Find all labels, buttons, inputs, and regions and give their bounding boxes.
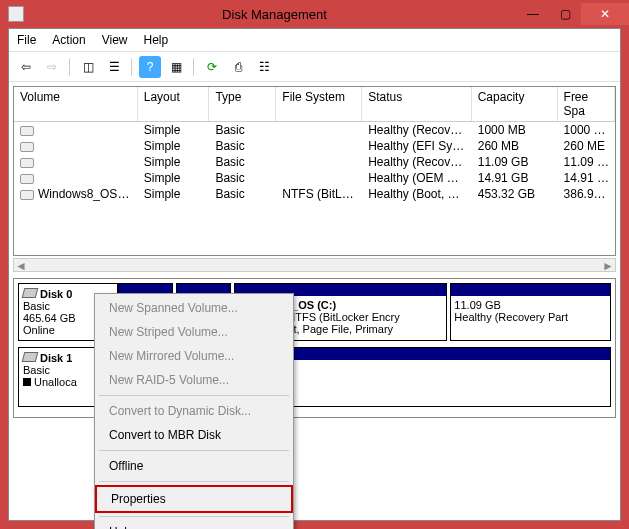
menu-help[interactable]: Help	[144, 33, 169, 47]
close-button[interactable]: ✕	[581, 3, 629, 25]
col-status[interactable]: Status	[362, 87, 472, 121]
window-title: Disk Management	[32, 7, 517, 22]
table-row[interactable]: SimpleBasicHealthy (EFI Syste...260 MB26…	[14, 138, 615, 154]
table-row[interactable]: Windows8_OS (C:)SimpleBasicNTFS (BitLo..…	[14, 186, 615, 202]
table-row[interactable]: SimpleBasicHealthy (Recovery...11.09 GB1…	[14, 154, 615, 170]
scroll-right-icon[interactable]: ►	[601, 259, 615, 271]
horizontal-scrollbar[interactable]: ◄►	[13, 258, 616, 272]
ctx-new-striped[interactable]: New Striped Volume...	[95, 320, 293, 344]
col-freespace[interactable]: Free Spa	[558, 87, 615, 121]
maximize-button[interactable]: ▢	[549, 3, 581, 25]
disk1-name: Disk 1	[40, 352, 72, 364]
menu-action[interactable]: Action	[52, 33, 85, 47]
col-layout[interactable]: Layout	[138, 87, 210, 121]
toolbar: ⇦ ⇨ ◫ ☰ ? ▦ ⟳ ⎙ ☷	[9, 52, 620, 82]
scroll-left-icon[interactable]: ◄	[14, 259, 28, 271]
ctx-convert-mbr[interactable]: Convert to MBR Disk	[95, 423, 293, 447]
table-row[interactable]: SimpleBasicHealthy (OEM Par...14.91 GB14…	[14, 170, 615, 186]
col-capacity[interactable]: Capacity	[472, 87, 558, 121]
col-filesystem[interactable]: File System	[276, 87, 362, 121]
table-row[interactable]: SimpleBasicHealthy (Recovery...1000 MB10…	[14, 122, 615, 138]
part-rec-line2: Healthy (Recovery Part	[454, 311, 568, 323]
titlebar[interactable]: Disk Management — ▢ ✕	[0, 0, 629, 28]
menu-separator	[99, 481, 289, 482]
refresh-icon[interactable]: ⟳	[201, 56, 223, 78]
disk-icon	[22, 352, 39, 362]
disk1-type: Basic	[23, 364, 50, 376]
disk0-status: Online	[23, 324, 55, 336]
minimize-button[interactable]: —	[517, 3, 549, 25]
menu-separator	[99, 395, 289, 396]
ctx-properties[interactable]: Properties	[95, 485, 293, 513]
forward-icon[interactable]: ⇨	[41, 56, 63, 78]
menu-file[interactable]: File	[17, 33, 36, 47]
ctx-new-raid5[interactable]: New RAID-5 Volume...	[95, 368, 293, 392]
menu-separator	[99, 450, 289, 451]
disk0-size: 465.64 GB	[23, 312, 76, 324]
col-type[interactable]: Type	[209, 87, 276, 121]
menu-view[interactable]: View	[102, 33, 128, 47]
list-icon[interactable]: ☰	[103, 56, 125, 78]
help-icon[interactable]: ?	[139, 56, 161, 78]
disk0-name: Disk 0	[40, 288, 72, 300]
separator	[69, 58, 71, 76]
grid-icon[interactable]: ▦	[165, 56, 187, 78]
col-volume[interactable]: Volume	[14, 87, 138, 121]
partition-recovery[interactable]: 11.09 GBHealthy (Recovery Part	[450, 283, 611, 341]
ctx-help[interactable]: Help	[95, 520, 293, 529]
context-menu: New Spanned Volume... New Striped Volume…	[94, 293, 294, 529]
separator	[193, 58, 195, 76]
unallocated-swatch-icon	[23, 378, 31, 386]
separator	[131, 58, 133, 76]
column-headers[interactable]: Volume Layout Type File System Status Ca…	[14, 87, 615, 122]
disk-icon	[22, 288, 39, 298]
menu-separator	[99, 516, 289, 517]
menubar: File Action View Help	[9, 29, 620, 52]
ctx-new-mirrored[interactable]: New Mirrored Volume...	[95, 344, 293, 368]
volume-list[interactable]: Volume Layout Type File System Status Ca…	[13, 86, 616, 256]
ctx-offline[interactable]: Offline	[95, 454, 293, 478]
disk0-type: Basic	[23, 300, 50, 312]
panel-icon[interactable]: ◫	[77, 56, 99, 78]
back-icon[interactable]: ⇦	[15, 56, 37, 78]
part-rec-line1: 11.09 GB	[454, 299, 500, 311]
app-icon	[8, 6, 24, 22]
rescan-icon[interactable]: ⎙	[227, 56, 249, 78]
ctx-new-spanned[interactable]: New Spanned Volume...	[95, 296, 293, 320]
ctx-convert-dynamic[interactable]: Convert to Dynamic Disk...	[95, 399, 293, 423]
settings-icon[interactable]: ☷	[253, 56, 275, 78]
disk1-status: Unalloca	[34, 376, 77, 388]
